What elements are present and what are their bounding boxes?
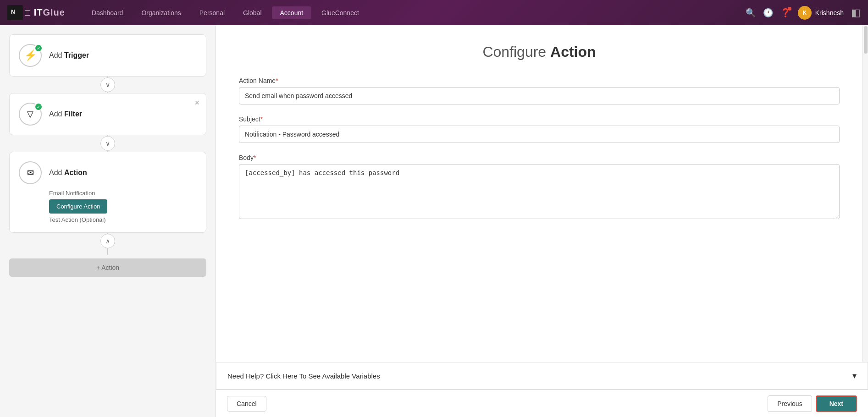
next-button[interactable]: Next [816,395,857,412]
email-notification-label: Email Notification [49,190,107,197]
nav-global[interactable]: Global [235,6,270,19]
nav-account[interactable]: Account [272,6,312,19]
action-icon: ✉ [27,168,34,178]
help-section[interactable]: Need Help? Click Here To See Available V… [216,362,868,390]
nav-personal[interactable]: Personal [191,6,233,19]
search-icon[interactable]: 🔍 [746,8,756,18]
page-title: Configure Action [239,44,840,60]
trigger-card: ⚡ ✓ Add Trigger [9,34,206,77]
action-name-group: Action Name* [239,77,840,104]
collapse-action-btn[interactable]: ∧ [100,234,115,248]
logo[interactable]: N □ ITGlue [7,5,65,20]
filter-close-btn[interactable]: × [194,98,199,108]
help-chevron-icon: ▾ [852,371,857,381]
body-textarea[interactable]: [accessed_by] has accessed this password [239,164,840,219]
user-name: Krishnesh [815,9,844,16]
right-panel: Configure Action Action Name* Subject* [216,25,868,417]
action-name-label: Action Name* [239,77,840,84]
form-area: Configure Action Action Name* Subject* [216,25,862,362]
trigger-icon-wrap: ⚡ ✓ [19,44,42,67]
action-icon-wrap: ✉ [19,161,42,184]
connector-2: ∨ [9,135,206,152]
action-name-required: * [276,77,278,84]
expand-filter-btn[interactable]: ∨ [100,136,115,151]
filter-icon-wrap: ▽ ✓ [19,103,42,126]
nav-glueconnect[interactable]: GlueConnect [313,6,367,19]
body-label: Body* [239,154,840,161]
action-card: ✉ Add Action Email Notification Configur… [9,152,206,233]
trigger-icon: ⚡ [24,49,37,61]
filter-card: ▽ ✓ Add Filter × [9,93,206,135]
body-group: Body* [accessed_by] has accessed this pa… [239,154,840,221]
help-icon[interactable]: ❓ [780,8,791,18]
subject-group: Subject* [239,115,840,143]
nav-organizations[interactable]: Organizations [133,6,189,19]
navbar: N □ ITGlue Dashboard Organizations Perso… [0,0,868,25]
logo-box: N [7,5,23,20]
previous-button[interactable]: Previous [768,395,812,412]
form-panel-inner: Configure Action Action Name* Subject* [216,25,868,362]
filter-title: Add Filter [49,110,82,118]
add-action-button[interactable]: + Action [9,258,206,277]
scrollbar-thumb [864,26,868,54]
expand-trigger-btn[interactable]: ∨ [100,77,115,92]
sidebar: ⚡ ✓ Add Trigger ∨ ▽ ✓ [0,25,216,417]
action-card-body: Add Action [49,169,197,177]
cancel-button[interactable]: Cancel [227,396,266,412]
nav-actions: 🔍 🕐 ❓ K Krishnesh ◧ [746,6,861,20]
subject-input[interactable] [239,126,840,143]
connector-1: ∨ [9,77,206,93]
nav-extra-icon[interactable]: ◧ [851,7,861,19]
filter-icon: ▽ [27,109,33,119]
svg-text:N: N [11,9,15,15]
user-menu[interactable]: K Krishnesh [798,6,844,20]
nav-links: Dashboard Organizations Personal Global … [83,6,746,19]
filter-check-badge: ✓ [34,103,43,111]
footer-right: Previous Next [768,395,857,412]
connector-3: ∧ [9,233,206,249]
action-name-input[interactable] [239,87,840,104]
main-layout: ⚡ ✓ Add Trigger ∨ ▽ ✓ [0,25,868,417]
test-action-label[interactable]: Test Action (Optional) [49,216,107,223]
subject-label: Subject* [239,115,840,123]
trigger-check-badge: ✓ [34,44,43,52]
configure-action-btn[interactable]: Configure Action [49,199,107,214]
trigger-title: Add Trigger [49,51,89,60]
scrollbar[interactable] [862,25,868,362]
subject-required: * [260,115,263,123]
avatar: K [798,6,812,20]
nav-dashboard[interactable]: Dashboard [83,6,132,19]
help-text: Need Help? Click Here To See Available V… [227,372,380,380]
footer: Cancel Previous Next [216,390,868,417]
action-steps: Email Notification Configure Action Test… [49,190,107,223]
history-icon[interactable]: 🕐 [763,8,773,18]
footer-left: Cancel [227,396,266,412]
body-required: * [254,154,256,161]
logo-text: □ ITGlue [25,7,65,18]
connector-line-6 [107,248,108,255]
notification-dot [788,7,791,11]
